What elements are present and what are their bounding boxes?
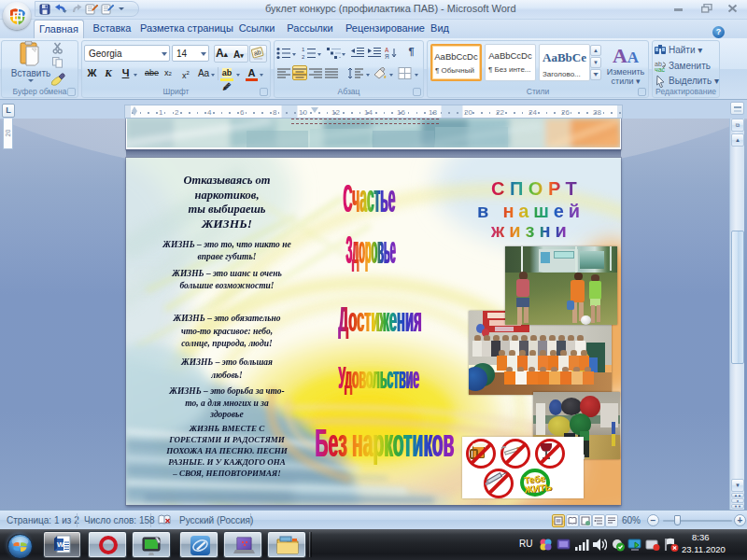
svg-text:2: 2 [302, 54, 305, 59]
svg-text:Я: Я [385, 53, 389, 59]
svg-text:1: 1 [302, 47, 305, 52]
svg-text:А: А [385, 47, 389, 53]
svg-text:W: W [57, 540, 64, 549]
svg-text:час: час [655, 66, 666, 72]
